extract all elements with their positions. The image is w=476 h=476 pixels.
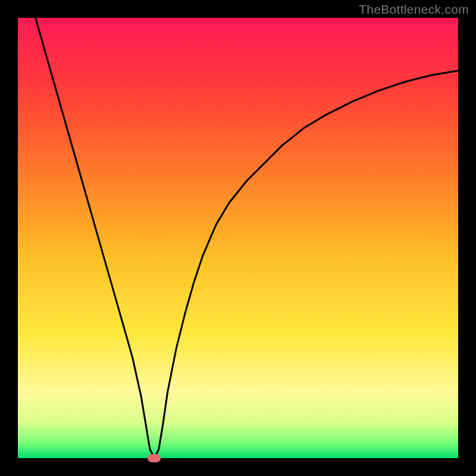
optimal-point-marker — [148, 454, 161, 462]
bottleneck-chart — [18, 18, 458, 458]
watermark-text: TheBottleneck.com — [359, 2, 469, 17]
gradient-background — [18, 18, 458, 458]
chart-container — [18, 18, 458, 458]
